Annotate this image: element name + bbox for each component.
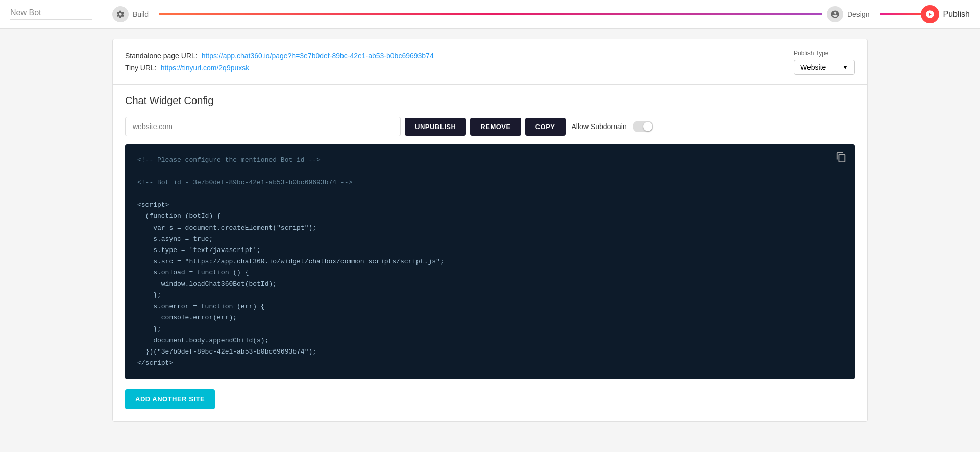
section-title: Chat Widget Config — [125, 95, 855, 107]
code-content: <!-- Please configure the mentioned Bot … — [137, 155, 843, 369]
tiny-url-row: Tiny URL: https://tinyurl.com/2q9puxsk — [125, 64, 855, 72]
code-block: <!-- Please configure the mentioned Bot … — [125, 144, 855, 379]
design-step[interactable]: Design — [827, 6, 880, 22]
allow-subdomain-label: Allow Subdomain — [572, 122, 627, 131]
build-step[interactable]: Build — [112, 6, 159, 22]
publish-line — [880, 13, 921, 15]
new-bot-section: New Bot — [10, 8, 112, 20]
allow-subdomain-toggle[interactable] — [633, 121, 653, 132]
publish-label: Publish — [943, 10, 970, 19]
build-icon — [112, 6, 129, 22]
standalone-url-label: Standalone page URL: — [125, 52, 198, 60]
website-input[interactable] — [125, 117, 401, 136]
design-label: Design — [847, 10, 870, 18]
build-label: Build — [133, 10, 149, 18]
publish-icon — [921, 5, 939, 23]
unpublish-button[interactable]: UNPUBLISH — [405, 118, 466, 136]
standalone-url-link[interactable]: https://app.chat360.io/page?h=3e7b0def-8… — [202, 52, 434, 60]
steps-container: Build Design — [112, 6, 921, 22]
design-icon — [827, 6, 843, 22]
new-bot-label: New Bot — [10, 8, 41, 17]
new-bot-underline — [10, 19, 92, 20]
code-copy-icon[interactable] — [836, 152, 847, 165]
remove-button[interactable]: REMOVE — [470, 118, 521, 136]
publish-nav[interactable]: Publish — [921, 5, 970, 23]
publish-type-value: Website — [800, 63, 826, 71]
progress-line — [159, 13, 822, 15]
content-card: Standalone page URL: https://app.chat360… — [112, 39, 868, 422]
copy-button[interactable]: COPY — [525, 118, 566, 136]
publish-type-label: Publish Type — [794, 49, 829, 57]
add-another-site-button[interactable]: ADD ANOTHER SITE — [125, 389, 215, 409]
main-content: Standalone page URL: https://app.chat360… — [102, 29, 878, 432]
publish-type-dropdown[interactable]: Website ▼ — [794, 60, 855, 75]
tiny-url-label: Tiny URL: — [125, 64, 157, 72]
top-navigation: New Bot Build Design — [0, 0, 980, 29]
controls-row: UNPUBLISH REMOVE COPY Allow Subdomain — [125, 117, 855, 136]
standalone-url-row: Standalone page URL: https://app.chat360… — [125, 52, 855, 60]
tiny-url-link[interactable]: https://tinyurl.com/2q9puxsk — [161, 64, 250, 72]
url-section: Standalone page URL: https://app.chat360… — [125, 52, 855, 72]
section-divider — [113, 84, 867, 85]
publish-type-section: Publish Type Website ▼ — [794, 49, 855, 75]
dropdown-chevron-icon: ▼ — [842, 64, 848, 71]
